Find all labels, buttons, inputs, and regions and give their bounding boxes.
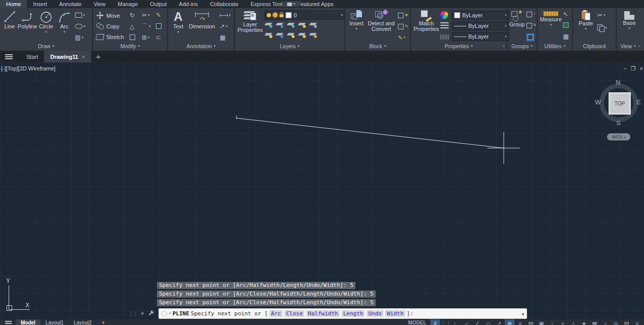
status-toggle[interactable]: ≡ xyxy=(632,319,642,325)
tab-drawing11[interactable]: Drawing11 × xyxy=(44,51,91,62)
status-toggle[interactable]: ⊥ xyxy=(547,319,557,325)
history-expand-icon[interactable]: ▲ xyxy=(522,311,525,316)
polyline-button[interactable]: Polyline xyxy=(18,10,36,29)
layout-tab[interactable]: + xyxy=(97,319,110,325)
linetype-dropdown[interactable]: ByLayer ▾ xyxy=(452,32,509,41)
layout-tab[interactable]: Layout2 xyxy=(68,319,97,325)
ribbon-tab[interactable]: Insert xyxy=(27,0,53,8)
hatch-button[interactable]: ▨▾ xyxy=(75,34,84,41)
command-option-chip[interactable]: Arc xyxy=(269,310,283,317)
rectangle-button[interactable]: ▾ xyxy=(75,12,85,18)
new-drawing-button[interactable]: + xyxy=(91,51,106,62)
linear-dimension-button[interactable]: ▾ xyxy=(220,12,231,18)
viewcube-west[interactable]: W xyxy=(595,98,601,106)
layer-on-tool[interactable] xyxy=(264,32,272,38)
viewcube-north[interactable]: N xyxy=(616,79,620,86)
paste-button[interactable]: Paste ▾ xyxy=(577,10,594,31)
status-toggle[interactable]: ⊕ xyxy=(505,319,514,325)
status-toggle[interactable]: ▣ xyxy=(537,319,546,325)
status-toggle[interactable]: ≡ xyxy=(515,319,525,325)
dimension-button[interactable]: Dimension xyxy=(186,10,218,29)
erase-button[interactable]: ✎ xyxy=(156,12,161,18)
panel-expand-icon[interactable]: » xyxy=(502,44,505,49)
wcs-dropdown[interactable]: WCS ▾ xyxy=(607,133,630,140)
copy-clip-button[interactable]: ▾ xyxy=(597,24,607,31)
annotation-panel-label[interactable]: Annotation▾ xyxy=(168,43,234,51)
ribbon-tab[interactable]: Annotate xyxy=(53,0,88,8)
ribbon-tab[interactable]: Output xyxy=(144,0,173,8)
lineweight-dropdown[interactable]: ByLayer ▾ xyxy=(452,21,509,30)
status-toggle[interactable]: ⋮⋮ xyxy=(441,319,451,325)
quick-calc-button[interactable] xyxy=(563,22,569,28)
status-toggle[interactable]: ▧ xyxy=(622,319,631,325)
array-button[interactable]: ⊞▾ xyxy=(142,34,150,41)
tab-start[interactable]: Start xyxy=(20,51,44,62)
base-view-button[interactable]: Base ▾ xyxy=(621,11,638,30)
command-close-icon[interactable]: × xyxy=(141,310,144,316)
group-button[interactable]: ★ Group xyxy=(508,10,526,27)
measure-button[interactable]: Measure ▾ xyxy=(540,11,562,27)
mirror-button[interactable]: △ xyxy=(130,23,134,29)
viewcube-top-face[interactable]: TOP xyxy=(609,92,631,115)
object-color-button[interactable] xyxy=(440,11,448,19)
status-toggle[interactable]: # xyxy=(430,319,440,325)
close-icon[interactable]: × xyxy=(82,54,85,60)
layer-properties-button[interactable]: Layer Properties xyxy=(237,10,263,33)
layout-tab[interactable]: Model xyxy=(16,319,41,325)
detect-convert-button[interactable]: Detect and Convert xyxy=(367,10,396,32)
modify-panel-label[interactable]: Modify▾ xyxy=(93,43,167,51)
block-sync-button[interactable]: ✎▾ xyxy=(398,34,406,41)
model-space-label[interactable]: MODEL xyxy=(405,319,429,325)
ribbon-display-options-button[interactable]: ▾ xyxy=(283,1,300,7)
circle-button[interactable]: Circle ▾ xyxy=(37,10,55,34)
status-toggle[interactable]: ∠ xyxy=(473,319,482,325)
command-option-chip[interactable]: Length xyxy=(342,310,365,317)
layer-thaw-tool[interactable] xyxy=(287,32,295,38)
line-button[interactable]: Line xyxy=(2,10,17,29)
layer-select-dropdown[interactable]: 0 ▾ xyxy=(264,10,345,20)
status-toggle[interactable]: ▨ xyxy=(526,319,536,325)
ribbon-tab[interactable]: Collaborate xyxy=(204,0,245,8)
linetype-list-button[interactable] xyxy=(440,34,449,40)
layer-unlock-tool[interactable] xyxy=(298,32,306,38)
groups-panel-label[interactable]: Groups▾ xyxy=(507,43,537,51)
status-toggle[interactable]: ∟ xyxy=(452,319,461,325)
rotate-button[interactable]: ↻ xyxy=(130,12,135,18)
block-panel-label[interactable]: Block▾ xyxy=(345,43,410,51)
wrench-icon[interactable] xyxy=(148,310,154,317)
command-input[interactable]: ▾ PLINE Specify next point or [ ArcClose… xyxy=(158,308,527,319)
move-button[interactable]: Move xyxy=(96,12,120,19)
status-toggle[interactable]: ◎ xyxy=(611,319,621,325)
layer-isolate-tool[interactable] xyxy=(275,22,284,28)
ungroup-button[interactable]: × xyxy=(527,11,536,17)
layer-walk-tool[interactable] xyxy=(309,22,317,28)
command-option-chip[interactable]: Undo xyxy=(367,310,383,317)
ellipse-button[interactable]: ▾ xyxy=(75,23,86,29)
status-toggle[interactable]: △ xyxy=(569,319,578,325)
offset-button[interactable]: ⊂ xyxy=(156,34,161,41)
group-edit-button[interactable]: ✎ xyxy=(527,22,537,28)
quick-select-button[interactable]: ↖ xyxy=(563,11,568,17)
text-button[interactable]: A Text ▾ xyxy=(171,10,185,34)
recent-commands-icon[interactable]: ▾ xyxy=(169,311,171,315)
drag-handle-icon[interactable]: ⋮⋮ xyxy=(129,311,138,316)
layer-lock-tool[interactable] xyxy=(298,22,306,28)
stretch-button[interactable]: Stretch xyxy=(96,34,124,40)
arc-button[interactable]: Arc ▾ xyxy=(57,10,72,34)
layer-off-tool[interactable] xyxy=(264,22,272,28)
lineweight-list-button[interactable] xyxy=(440,22,449,28)
menu-hamburger-icon[interactable] xyxy=(0,51,20,62)
insert-block-button[interactable]: Insert ▾ xyxy=(347,10,366,31)
layout-menu-icon[interactable] xyxy=(5,321,12,325)
ribbon-tab[interactable]: Add-ins xyxy=(173,0,204,8)
layout-tab[interactable]: Layout1 xyxy=(41,319,69,325)
cut-button[interactable]: ✂▾ xyxy=(597,12,606,18)
status-toggle[interactable]: ⌐ xyxy=(462,319,472,325)
layers-panel-label[interactable]: Layers▾ xyxy=(235,43,344,51)
status-toggle[interactable]: ↗ xyxy=(494,319,504,325)
view-panel-label[interactable]: View▾» xyxy=(617,43,644,51)
copy-button[interactable]: Copy xyxy=(96,23,119,29)
color-dropdown[interactable]: ByLayer ▾ xyxy=(452,11,509,20)
explode-button[interactable] xyxy=(156,23,162,29)
leader-button[interactable]: ↗▾ xyxy=(220,23,228,29)
